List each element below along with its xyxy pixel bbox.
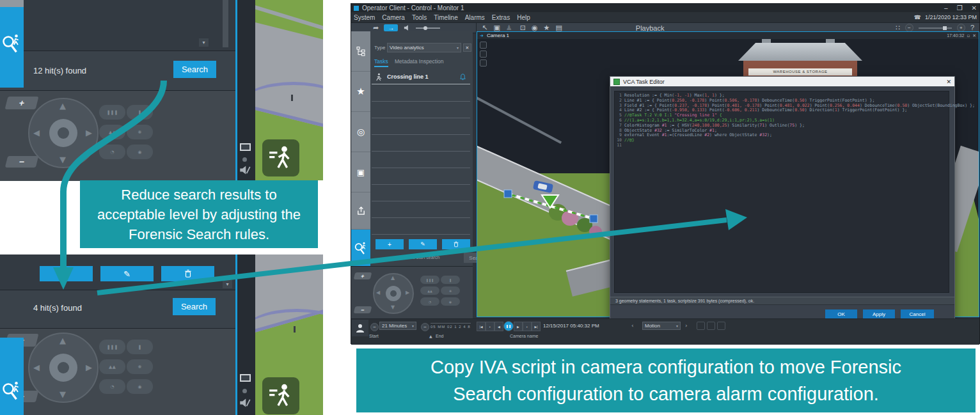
event-filter-dropdown[interactable]: Motion ▾ xyxy=(642,322,681,330)
prev-event-button[interactable]: ‹ xyxy=(631,322,634,329)
pan-right-arrow[interactable]: ▶ xyxy=(86,363,92,372)
pan-left-arrow[interactable]: ◀ xyxy=(376,290,380,295)
speaker-icon[interactable] xyxy=(404,24,411,31)
focus-macro-button[interactable]: ❋ xyxy=(441,286,460,295)
layout-zoom-slider[interactable] xyxy=(919,27,952,29)
rail-favorites[interactable]: ★ xyxy=(351,72,370,112)
menu-timeline[interactable]: Timeline xyxy=(434,14,457,21)
tilt-down-arrow[interactable]: ▼ xyxy=(391,305,395,310)
tilt-down-arrow[interactable]: ▼ xyxy=(59,390,66,398)
type-dropdown[interactable]: Video analytics ▾ xyxy=(387,43,461,52)
zoom-out-button[interactable]: − xyxy=(5,156,38,168)
pan-left-arrow[interactable]: ◀ xyxy=(33,363,40,372)
ptz-joystick[interactable]: ▲ ▼ ◀ ▶ xyxy=(373,273,414,314)
iris-close-button[interactable]: ◔ xyxy=(420,297,439,306)
type-clear-button[interactable]: ✕ xyxy=(463,43,471,52)
edit-task-button[interactable]: ✎ xyxy=(409,239,437,249)
layout-zoom-knob[interactable] xyxy=(943,26,947,30)
iris-open-button[interactable]: ◉ xyxy=(127,379,153,394)
alarm-bell-icon[interactable] xyxy=(459,74,466,81)
focus-near-button[interactable]: ❚ xyxy=(441,276,460,284)
tilt-up-arrow[interactable]: ▲ xyxy=(59,102,66,110)
focus-near-button[interactable]: ❚ xyxy=(127,105,153,120)
zoom-in-button[interactable]: + xyxy=(5,97,39,109)
focus-far-button[interactable]: ❚❚❚ xyxy=(420,276,439,284)
volume-slider[interactable] xyxy=(416,27,440,29)
menu-tools[interactable]: Tools xyxy=(412,14,427,21)
pan-right-arrow[interactable]: ▶ xyxy=(86,129,92,137)
camera-thumbnail-bottom[interactable] xyxy=(255,254,323,415)
scroll-down-button[interactable]: ▾ xyxy=(199,38,209,47)
range-zoom-out-button[interactable]: − xyxy=(370,323,379,331)
skip-end-button[interactable]: ▶| xyxy=(532,322,541,331)
scroll-down-button[interactable]: ▾ xyxy=(223,280,232,288)
bookmark-icon[interactable]: ▤ xyxy=(555,24,562,31)
rail-export[interactable] xyxy=(351,192,370,230)
apply-button[interactable]: Apply xyxy=(863,309,895,319)
iris-close-button[interactable]: ◔ xyxy=(99,379,125,394)
edit-task-button[interactable]: ✎ xyxy=(100,266,154,281)
rail-map[interactable]: ◎ xyxy=(351,112,370,152)
favorite-star-icon[interactable]: ★ xyxy=(544,24,550,31)
time-range-dropdown[interactable]: 21 Minutes ▾ xyxy=(379,322,416,330)
stop-button[interactable]: ▪ xyxy=(486,322,494,331)
iris-open-button[interactable]: ◉ xyxy=(127,145,153,159)
step-back-button[interactable]: ◀ xyxy=(494,322,503,331)
pan-right-arrow[interactable]: ▶ xyxy=(406,290,409,295)
column-camera-name[interactable]: Camera name xyxy=(510,334,538,338)
ok-button[interactable]: OK xyxy=(825,309,857,319)
menu-alarms[interactable]: Alarms xyxy=(465,14,485,21)
menu-camera[interactable]: Camera xyxy=(382,14,405,21)
add-task-button[interactable]: + xyxy=(40,266,93,281)
focus-near-button[interactable]: ❚ xyxy=(127,340,153,354)
monitor-send-icon[interactable]: ⊡ xyxy=(520,24,526,31)
column-start[interactable]: Start xyxy=(369,334,379,338)
menu-help[interactable]: Help xyxy=(517,14,530,21)
window-titlebar[interactable]: Operator Client - Control - Monitor 1 – … xyxy=(351,4,979,12)
focus-auto-button[interactable]: ▲▲ xyxy=(420,286,439,295)
close-button[interactable]: ✕ xyxy=(972,4,977,12)
camera-thumbnail-top[interactable] xyxy=(255,0,323,180)
volume-slider-knob[interactable] xyxy=(423,26,427,30)
task-row[interactable]: Crossing line 1 xyxy=(372,70,470,84)
range-zoom-in-button[interactable]: − xyxy=(421,323,429,331)
dialog-close-button[interactable]: ✕ xyxy=(946,79,951,85)
scrollbar[interactable] xyxy=(223,0,228,47)
image-pane-icon[interactable]: ▣ xyxy=(493,24,500,31)
rail-forensic-search[interactable] xyxy=(351,230,370,269)
focus-auto-button[interactable]: ▲▲ xyxy=(99,125,125,139)
next-frame-button[interactable]: ▪ xyxy=(523,322,532,331)
help-icon[interactable]: ? xyxy=(970,24,974,31)
column-end[interactable]: End xyxy=(436,334,443,338)
restore-pane-icon[interactable]: ▫ xyxy=(967,33,970,38)
next-event-button[interactable]: › xyxy=(685,322,688,329)
iris-open-button[interactable]: ◉ xyxy=(441,297,460,306)
restore-button[interactable]: ❐ xyxy=(957,4,963,12)
step-forward-button[interactable]: ▶ xyxy=(514,322,523,331)
forensic-search-tab[interactable] xyxy=(0,338,24,415)
joystick-center[interactable] xyxy=(49,119,77,147)
rail-image-panes[interactable]: ▣ xyxy=(351,152,370,192)
cancel-button[interactable]: Cancel xyxy=(901,309,934,319)
search-button[interactable]: Search xyxy=(173,61,216,78)
export-icon[interactable]: ➦ xyxy=(373,24,379,31)
tilt-down-arrow[interactable]: ▼ xyxy=(59,155,66,164)
focus-macro-button[interactable]: ❋ xyxy=(127,359,153,374)
snapshot-icon[interactable]: ◉ xyxy=(532,24,538,31)
menu-extras[interactable]: Extras xyxy=(492,14,510,21)
add-task-button[interactable]: + xyxy=(375,239,404,249)
menu-system[interactable]: System xyxy=(354,14,375,21)
joystick-center[interactable] xyxy=(386,286,401,301)
iris-close-button[interactable]: ◔ xyxy=(99,145,125,159)
skip-start-button[interactable]: |◀ xyxy=(477,322,486,331)
tilt-up-arrow[interactable]: ▲ xyxy=(59,336,66,345)
search-button[interactable]: Search xyxy=(173,298,216,315)
tab-metadata-inspection[interactable]: Metadata Inspection xyxy=(395,58,444,65)
zoom-out-button[interactable]: − xyxy=(354,306,372,313)
timeline-scale[interactable]: 05 MM 02 1 2 4 8 xyxy=(431,323,471,329)
focus-far-button[interactable]: ❚❚❚ xyxy=(99,105,125,120)
focus-far-button[interactable]: ❚❚❚ xyxy=(99,340,125,354)
pause-button[interactable]: ❚❚ xyxy=(503,321,514,331)
alarm-person-chip[interactable] xyxy=(352,320,368,336)
tilt-up-arrow[interactable]: ▲ xyxy=(391,276,395,281)
